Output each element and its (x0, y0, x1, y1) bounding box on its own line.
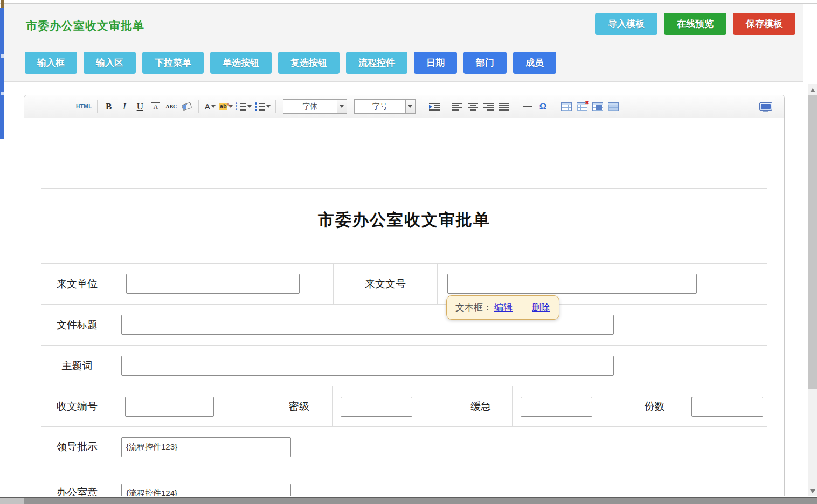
source-unit-input[interactable] (126, 274, 300, 294)
office-opinion-label: 办公室意见 (41, 467, 113, 496)
add-checkbox-button[interactable]: 复选按钮 (278, 52, 340, 74)
eraser-icon (182, 102, 192, 111)
highlight-color-button[interactable]: ab✎ (219, 100, 233, 114)
table-row: 文件标题 (41, 304, 767, 345)
toolbar-separator (275, 100, 276, 113)
leader-note-cell (113, 427, 767, 467)
chevron-down-icon (340, 105, 344, 108)
add-radio-button[interactable]: 单选按钮 (210, 52, 272, 74)
align-justify-button[interactable] (498, 100, 511, 114)
window-bottom-edge (0, 497, 817, 504)
align-justify-icon (499, 102, 509, 111)
delete-table-button[interactable]: ✖ (576, 100, 588, 114)
urgency-input[interactable] (521, 397, 592, 417)
format-paint-button[interactable]: A (149, 100, 162, 114)
secrecy-input[interactable] (341, 397, 412, 417)
add-textarea-button[interactable]: 输入区 (84, 52, 136, 74)
form-fields-table: 来文单位 来文文号 文件标题 主题词 收文编号 密 (41, 263, 767, 496)
underline-button[interactable]: U (134, 100, 147, 114)
remove-format-button[interactable] (181, 100, 193, 114)
align-left-button[interactable] (451, 100, 464, 114)
copies-input[interactable] (691, 397, 763, 417)
add-input-box-button[interactable]: 输入框 (25, 52, 77, 74)
background-window-strip (0, 8, 4, 139)
widget-tooltip: 文本框： 编辑 删除 (446, 295, 559, 320)
strip-fleck (1, 54, 4, 58)
add-department-button[interactable]: 部门 (463, 52, 507, 74)
receipt-no-input[interactable] (125, 397, 214, 417)
tooltip-label: 文本框： (455, 301, 492, 314)
add-date-button[interactable]: 日期 (414, 52, 457, 74)
table-properties-button[interactable] (591, 100, 604, 114)
font-color-icon: A (205, 102, 210, 111)
chevron-down-icon (408, 105, 412, 108)
table-delete-icon: ✖ (577, 102, 587, 111)
align-left-icon (452, 102, 462, 111)
chevron-down-icon (247, 105, 252, 108)
scroll-up-icon[interactable] (810, 88, 815, 92)
template-actions: 导入模板 在线预览 保存模板 (595, 13, 795, 35)
ordered-list-button[interactable]: 123 (236, 100, 252, 114)
toolbar-separator (423, 100, 423, 113)
office-opinion-cell (113, 467, 767, 496)
doc-number-input[interactable] (447, 274, 697, 294)
font-family-select[interactable]: 字体 (283, 99, 347, 114)
save-template-button[interactable]: 保存模板 (733, 13, 795, 35)
office-opinion-input[interactable] (121, 484, 291, 496)
copies-label: 份数 (626, 386, 683, 426)
unordered-list-icon (254, 102, 265, 111)
font-size-select[interactable]: 字号 (354, 99, 416, 114)
table-grid-icon (608, 102, 619, 111)
bold-button[interactable]: B (102, 100, 115, 114)
secrecy-label: 密级 (266, 386, 332, 426)
font-color-button[interactable]: A (204, 100, 217, 114)
leader-note-input[interactable] (121, 437, 291, 457)
monitor-icon (759, 102, 772, 111)
import-template-button[interactable]: 导入模板 (595, 13, 657, 35)
doc-number-label: 来文文号 (333, 264, 437, 304)
add-flow-control-button[interactable]: 流程控件 (346, 52, 407, 74)
cell-properties-button[interactable] (607, 100, 620, 114)
pencil-icon: ✎ (226, 102, 231, 109)
delete-widget-link[interactable]: 删除 (532, 301, 550, 314)
receipt-no-label: 收文编号 (41, 386, 113, 426)
highlight-icon: ab✎ (219, 103, 227, 110)
add-member-button[interactable]: 成员 (513, 52, 556, 74)
vertical-scrollbar[interactable] (808, 84, 817, 496)
table-row: 办公室意见 (41, 467, 767, 496)
dashed-divider (26, 38, 798, 38)
special-char-button[interactable]: Ω (537, 100, 550, 114)
scroll-down-icon[interactable] (810, 489, 815, 493)
align-right-icon (483, 102, 494, 111)
edit-widget-link[interactable]: 编辑 (494, 301, 513, 314)
align-center-button[interactable] (467, 100, 480, 114)
scrollbar-corner (0, 498, 24, 504)
scrollbar-thumb[interactable] (808, 95, 817, 389)
boxed-a-icon: A (151, 102, 160, 111)
html-source-button[interactable]: HTML (76, 100, 92, 114)
online-preview-button[interactable]: 在线预览 (664, 13, 726, 35)
insert-table-button[interactable] (560, 100, 573, 114)
align-center-icon (468, 102, 478, 111)
unordered-list-button[interactable] (254, 100, 271, 114)
keywords-cell (113, 346, 767, 386)
copies-cell (683, 386, 767, 426)
toolbar-separator (446, 100, 446, 113)
horizontal-rule-button[interactable] (521, 100, 534, 114)
source-unit-label: 来文单位 (41, 264, 113, 304)
toolbar-separator (97, 100, 98, 113)
italic-button[interactable]: I (118, 100, 131, 114)
toolbar-separator (198, 100, 199, 113)
doc-title-cell (113, 305, 767, 345)
chevron-down-icon (211, 105, 216, 108)
strikethrough-button[interactable]: ABC (165, 100, 178, 114)
indent-button[interactable] (428, 100, 441, 114)
fullscreen-button[interactable] (759, 101, 772, 112)
header-panel: 市委办公室收文审批单 导入模板 在线预览 保存模板 输入框 输入区 下拉菜单 单… (4, 4, 803, 82)
form-title-cell: 市委办公室收文审批单 (41, 188, 767, 252)
chevron-down-icon (266, 105, 271, 108)
add-dropdown-button[interactable]: 下拉菜单 (142, 52, 204, 74)
toolbar-separator (555, 100, 555, 113)
align-right-button[interactable] (482, 100, 495, 114)
keywords-input[interactable] (121, 356, 614, 376)
